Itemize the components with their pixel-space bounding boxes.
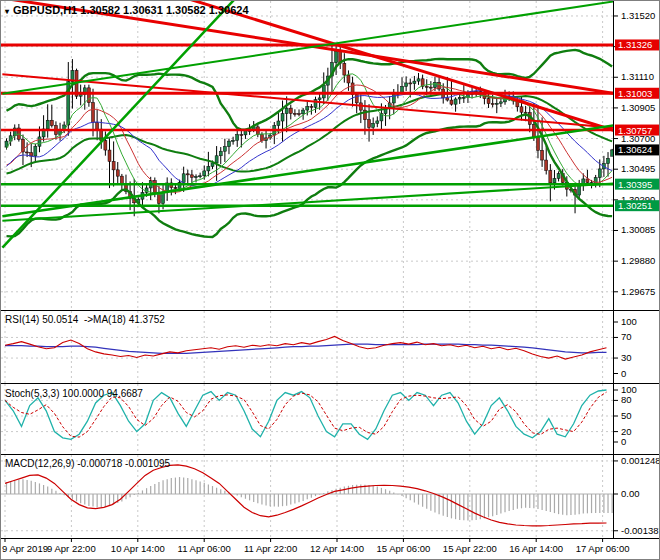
- bear-candle: [190, 175, 193, 177]
- macd-panel[interactable]: 0.0012480.00-0.001387: [1, 455, 660, 539]
- price-tick-label: 1.30905: [621, 102, 655, 113]
- bull-candle: [236, 135, 239, 141]
- time-axis[interactable]: 9 Apr 20199 Apr 22:0010 Apr 14:0011 Apr …: [1, 539, 660, 560]
- bull-candle: [458, 97, 461, 99]
- indicator-tick-label: 50: [621, 410, 632, 421]
- time-tick-label: 15 Apr 22:00: [443, 543, 497, 554]
- price-level-badge-label: 1.30624: [618, 144, 652, 155]
- time-tick-label: 10 Apr 14:00: [111, 543, 165, 554]
- bull-candle: [34, 146, 37, 156]
- indicator-tick-label: 100: [621, 316, 637, 327]
- bull-candle: [195, 177, 198, 178]
- time-tick-label: 11 Apr 22:00: [244, 543, 297, 554]
- bear-candle: [289, 108, 292, 113]
- bear-candle: [491, 104, 494, 105]
- bear-candle: [425, 86, 428, 87]
- bear-candle: [50, 120, 53, 125]
- price-tick-label: 1.31520: [621, 10, 655, 21]
- indicator-tick-label: 100: [621, 384, 637, 395]
- price-tick-label: 1.29880: [621, 255, 655, 266]
- bull-candle: [553, 178, 556, 182]
- bear-candle: [545, 160, 548, 170]
- bear-candle: [120, 176, 123, 183]
- indicator-tick-label: 0: [621, 368, 626, 379]
- rsi-panel[interactable]: 10070300: [1, 311, 660, 384]
- time-tick-label: 12 Apr 14:00: [310, 543, 364, 554]
- bear-candle: [174, 188, 177, 189]
- bear-candle: [446, 98, 449, 100]
- bear-candle: [298, 114, 301, 115]
- bull-candle: [318, 98, 321, 100]
- bear-candle: [520, 107, 523, 112]
- time-tick-label: 16 Apr 14:00: [509, 543, 563, 554]
- indicator-tick-label: 0: [621, 436, 626, 447]
- bull-candle: [203, 171, 206, 176]
- indicator-tick-label: 20: [621, 426, 632, 437]
- bull-candle: [219, 151, 222, 156]
- bull-candle: [372, 123, 375, 127]
- price-level-badge-label: 1.31326: [618, 39, 652, 50]
- indicator-tick-label: 70: [621, 331, 632, 342]
- bull-candle: [46, 120, 49, 129]
- bear-candle: [186, 174, 189, 175]
- bear-candle: [310, 106, 313, 107]
- bull-candle: [285, 108, 288, 113]
- bull-candle: [232, 140, 235, 141]
- bear-candle: [104, 141, 107, 150]
- time-tick-label: 9 Apr 2019: [2, 543, 48, 554]
- bear-candle: [347, 75, 350, 83]
- bull-candle: [433, 82, 436, 87]
- bull-candle: [462, 97, 465, 98]
- price-level-badge-label: 1.30757: [618, 125, 652, 136]
- stoch-panel[interactable]: 1008050200: [1, 384, 660, 455]
- bull-candle: [182, 174, 185, 183]
- bear-candle: [26, 152, 29, 153]
- bear-candle: [343, 63, 346, 75]
- bear-candle: [293, 113, 296, 114]
- main-price-chart[interactable]: 1.315201.313151.311101.309051.307001.304…: [1, 1, 660, 311]
- bull-candle: [306, 106, 309, 110]
- price-tick-label: 1.30085: [621, 224, 655, 235]
- bull-candle: [215, 156, 218, 163]
- bear-candle: [92, 103, 95, 123]
- bull-candle: [454, 99, 457, 104]
- bull-candle: [335, 51, 338, 63]
- bear-candle: [409, 83, 412, 84]
- indicator-tick-label: 30: [621, 352, 632, 363]
- time-tick-label: 17 Apr 06:00: [576, 543, 630, 554]
- bull-candle: [598, 169, 601, 178]
- time-tick-label: 11 Apr 06:00: [178, 543, 231, 554]
- bear-candle: [96, 123, 99, 130]
- bull-candle: [557, 174, 560, 179]
- bull-candle: [413, 81, 416, 83]
- bull-candle: [417, 79, 420, 81]
- bull-candle: [495, 103, 498, 104]
- bull-candle: [38, 137, 41, 146]
- bull-candle: [322, 85, 325, 98]
- bear-candle: [450, 100, 453, 104]
- bull-candle: [376, 121, 379, 123]
- bull-candle: [405, 83, 408, 87]
- chart-dropdown-icon[interactable]: ▾: [5, 7, 9, 16]
- price-level-badge-label: 1.30395: [618, 179, 652, 190]
- indicator-tick-label: -0.001387: [621, 525, 660, 536]
- bear-candle: [541, 150, 544, 160]
- bull-candle: [199, 176, 202, 177]
- bull-candle: [401, 86, 404, 92]
- bull-candle: [227, 141, 230, 147]
- price-tick-label: 1.29675: [621, 286, 655, 297]
- bull-candle: [499, 102, 502, 103]
- bear-candle: [240, 135, 243, 136]
- bear-candle: [108, 150, 111, 161]
- bear-candle: [549, 171, 552, 183]
- price-tick-label: 1.31110: [621, 71, 654, 82]
- price-level-badge-label: 1.30251: [618, 200, 652, 211]
- bull-candle: [207, 166, 210, 171]
- price-level-badge-label: 1.31003: [618, 88, 652, 99]
- bear-candle: [487, 99, 490, 104]
- indicator-tick-label: 0.001248: [621, 455, 660, 466]
- bear-candle: [116, 170, 119, 176]
- bear-candle: [536, 137, 539, 150]
- bear-candle: [112, 161, 115, 169]
- bull-candle: [277, 121, 280, 126]
